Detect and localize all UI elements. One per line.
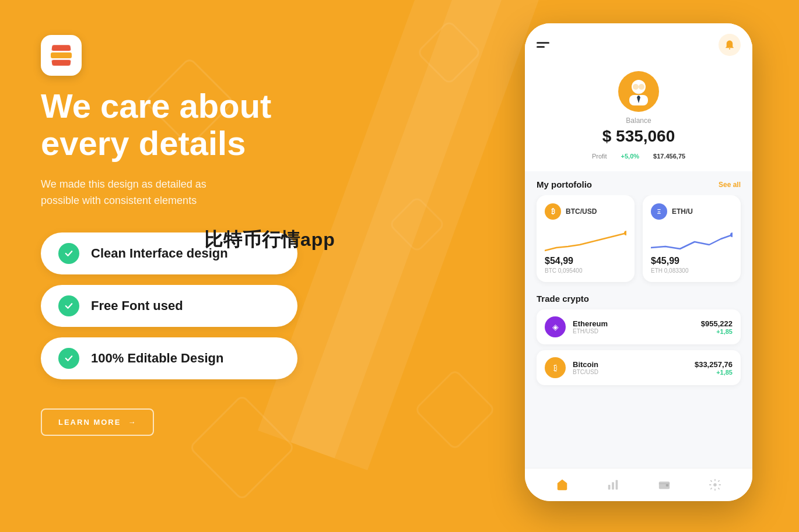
balance-amount: $ 535,060: [537, 127, 741, 146]
balance-stats: Profit +5,0% $17.456,75: [537, 153, 741, 160]
trade-btc-change: +1,85: [695, 369, 733, 376]
eth-card-header: Ξ ETH/U: [651, 203, 733, 220]
phone-container: Balance $ 535,060 Profit +5,0% $17.456,7…: [525, 23, 752, 501]
heading-line2: every details: [41, 124, 246, 162]
btc-price: $54,99: [545, 256, 626, 266]
nav-settings[interactable]: [707, 477, 723, 493]
nav-wallet[interactable]: [656, 477, 672, 493]
subtitle: We made this design as detailed as possi…: [41, 176, 297, 210]
check-icon-1: [58, 243, 79, 264]
trade-btc-name: Bitcoin: [573, 360, 695, 369]
subtitle-line2: possible with consistent elements: [41, 195, 197, 206]
btc-mini-chart: [545, 230, 626, 253]
trade-btc-price-wrap: $33,257,76 +1,85: [695, 360, 733, 376]
bottom-nav: [525, 468, 752, 501]
trade-btc-amount: $33,257,76: [695, 360, 733, 369]
trade-item-bitcoin[interactable]: ₿ Bitcoin BTC/USD $33,257,76 +1,85: [537, 350, 741, 385]
nav-chart[interactable]: [605, 477, 621, 493]
eth-sub: ETH 0,083300: [651, 267, 733, 274]
trade-btc-pair: BTC/USD: [573, 369, 695, 375]
btc-pair: BTC/USD: [566, 207, 597, 216]
btc-sub: BTC 0,095400: [545, 267, 626, 274]
deco-hex-4: [413, 368, 496, 450]
eth-card: Ξ ETH/U $45,99 ETH 0,083300: [643, 195, 741, 282]
trade-section: Trade crypto ◈ Ethereum ETH/USD $955,222…: [525, 291, 752, 393]
check-icon-3: [58, 348, 79, 369]
trade-eth-amount: $955,222: [701, 319, 733, 328]
svg-point-4: [639, 84, 644, 90]
svg-point-0: [729, 48, 730, 50]
layer-mid: [51, 52, 72, 58]
svg-rect-8: [608, 485, 611, 489]
portfolio-cards: ₿ BTC/USD $54,99 BTC 0,095400 Ξ ETH: [525, 195, 752, 291]
learn-more-button[interactable]: LEARN MORE →: [41, 408, 154, 436]
svg-point-6: [624, 231, 626, 235]
trade-eth-pair: ETH/USD: [573, 328, 701, 334]
check-icon-2: [58, 295, 79, 316]
subtitle-line1: We made this design as detailed as: [41, 178, 206, 190]
trade-eth-name: Ethereum: [573, 319, 701, 328]
watermark-text: 比特币行情app: [204, 227, 335, 253]
profit-amount: $17.456,75: [653, 153, 685, 160]
logo-icon: [41, 35, 82, 76]
svg-rect-9: [612, 482, 614, 489]
trade-item-ethereum[interactable]: ◈ Ethereum ETH/USD $955,222 +1,85: [537, 309, 741, 344]
trade-btc-info: Bitcoin BTC/USD: [573, 360, 695, 375]
svg-rect-12: [666, 484, 669, 487]
see-all-link[interactable]: See all: [719, 181, 741, 189]
layer-top: [51, 45, 71, 51]
phone-inner: Balance $ 535,060 Profit +5,0% $17.456,7…: [525, 23, 752, 501]
phone-frame: Balance $ 535,060 Profit +5,0% $17.456,7…: [525, 23, 752, 501]
profit-pct: +5,0%: [621, 153, 640, 160]
eth-pair: ETH/U: [672, 207, 693, 216]
nav-home[interactable]: [554, 477, 570, 493]
balance-label: Balance: [537, 117, 741, 125]
portfolio-title: My portofolio: [537, 179, 592, 189]
trade-title: Trade crypto: [537, 294, 741, 304]
main-heading: We care about every details: [41, 87, 426, 162]
profile-section: Balance $ 535,060 Profit +5,0% $17.456,7…: [525, 65, 752, 171]
svg-point-13: [714, 483, 717, 487]
svg-point-7: [730, 232, 733, 237]
trade-eth-icon: ◈: [545, 316, 566, 337]
heading-line1: We care about: [41, 87, 271, 125]
btc-icon: ₿: [545, 203, 561, 220]
logo-layers: [51, 45, 72, 66]
portfolio-header: My portofolio See all: [525, 171, 752, 195]
trade-eth-price-wrap: $955,222 +1,85: [701, 319, 733, 335]
eth-price: $45,99: [651, 256, 733, 266]
avatar: [618, 71, 659, 112]
feature-list: Clean Interface design Free Font used 10…: [41, 232, 426, 379]
svg-rect-10: [616, 480, 618, 490]
layer-bot: [51, 60, 71, 66]
phone-header: [525, 23, 752, 65]
trade-eth-change: +1,85: [701, 328, 733, 335]
eth-mini-chart: [651, 230, 733, 253]
feature-item-3: 100% Editable Design: [41, 337, 297, 379]
learn-more-label: LEARN MORE: [58, 418, 121, 427]
eth-icon: Ξ: [651, 203, 667, 220]
svg-point-3: [633, 84, 639, 90]
trade-btc-icon: ₿: [545, 357, 566, 378]
notification-icon[interactable]: [719, 34, 741, 56]
profit-label: Profit: [592, 153, 607, 160]
learn-more-arrow: →: [128, 418, 136, 427]
feature-item-2: Free Font used: [41, 285, 297, 327]
hamburger-icon[interactable]: [537, 42, 549, 48]
trade-eth-info: Ethereum ETH/USD: [573, 319, 701, 334]
logo-wrap: [41, 35, 426, 76]
btc-card: ₿ BTC/USD $54,99 BTC 0,095400: [537, 195, 635, 282]
btc-card-header: ₿ BTC/USD: [545, 203, 626, 220]
feature-label-3: 100% Editable Design: [91, 351, 223, 366]
feature-label-2: Free Font used: [91, 298, 183, 313]
